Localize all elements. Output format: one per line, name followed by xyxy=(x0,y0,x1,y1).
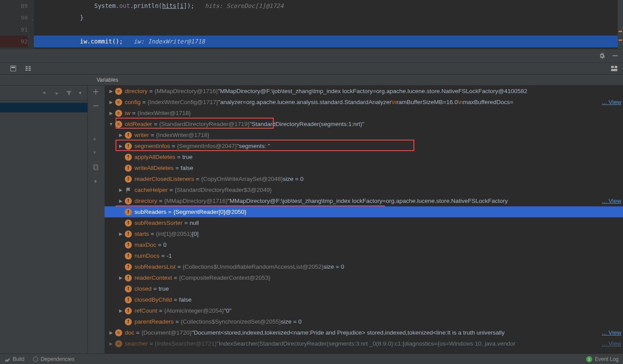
variable-value: "analyzer=org.apache.lucene.analysis.sta… xyxy=(218,99,391,105)
expand-icon[interactable]: ▶ xyxy=(118,133,124,137)
expand-icon[interactable]: ▼ xyxy=(108,122,114,126)
variable-value: size = 0 xyxy=(281,318,302,325)
variable-value: size = 0 xyxy=(323,263,344,270)
variable-row[interactable]: fwriteAllDeletes = false xyxy=(105,162,623,173)
svg-rect-2 xyxy=(11,67,15,68)
view-link[interactable]: ... View xyxy=(602,198,621,204)
variable-row[interactable]: fclosedByChild = false xyxy=(105,294,623,305)
view-link[interactable]: ... View xyxy=(602,340,621,347)
variable-row[interactable]: fsubReaders = {SegmentReader[0]@2050} xyxy=(105,206,623,217)
variable-name: writeAllDeletes xyxy=(134,165,174,171)
variable-row[interactable]: ▶fdirectory = {MMapDirectory@1716} "MMap… xyxy=(105,195,623,206)
calculator-icon[interactable] xyxy=(10,65,17,72)
view-link[interactable]: ... View xyxy=(602,329,621,336)
field-icon: f xyxy=(125,274,132,281)
variable-value: false xyxy=(179,296,192,303)
variable-row[interactable]: fsubReadersSorter = null xyxy=(105,217,623,228)
variable-value: false xyxy=(181,165,193,171)
minimize-icon[interactable] xyxy=(612,52,619,59)
expand-icon[interactable]: ▶ xyxy=(118,308,124,313)
expand-icon[interactable]: ▶ xyxy=(108,111,114,115)
variable-name: closed xyxy=(134,285,152,292)
variable-name: iw xyxy=(125,110,130,116)
dependencies-tab[interactable]: Dependencies xyxy=(33,356,75,362)
event-log-button[interactable]: 1Event Log xyxy=(586,356,619,362)
variable-row[interactable]: ▶fsegmentInfos = {SegmentInfos@2047} "se… xyxy=(105,141,623,151)
variable-value: -1 xyxy=(167,252,172,259)
layout-icon[interactable] xyxy=(611,65,618,72)
variable-name: doc xyxy=(125,329,134,336)
view-link[interactable]: ... View xyxy=(602,99,621,105)
variable-row[interactable]: ▶≡config = {IndexWriterConfig@1717} "ana… xyxy=(105,97,623,108)
expand-icon[interactable]: ▶ xyxy=(108,330,114,335)
line-number: 92 xyxy=(0,36,28,47)
expand-icon[interactable]: ▶ xyxy=(118,198,124,203)
line-number: 90⌃ xyxy=(0,12,28,24)
variable-row[interactable]: ▶freaderContext = {CompositeReaderContex… xyxy=(105,272,623,283)
variable-row[interactable]: fapplyAllDeletes = true xyxy=(105,151,623,162)
remove-icon[interactable] xyxy=(92,102,100,110)
field-icon: f xyxy=(125,165,132,172)
variable-row[interactable]: ▼≡oldReader = {StandardDirectoryReader@1… xyxy=(105,119,623,130)
variable-row[interactable]: freaderClosedListeners = {CopyOnWriteArr… xyxy=(105,173,623,184)
expand-icon[interactable]: ▶ xyxy=(118,231,124,236)
variable-type: {Collections$SynchronizedSet@2055} xyxy=(181,318,281,325)
expand-icon[interactable]: ▶ xyxy=(118,144,124,148)
variable-row[interactable]: fmaxDoc = 0 xyxy=(105,239,623,250)
field-icon: f xyxy=(125,296,132,303)
dropdown-icon[interactable]: ▼ xyxy=(78,91,82,95)
variable-row[interactable]: fparentReaders = {Collections$Synchroniz… xyxy=(105,316,623,327)
variable-row[interactable]: ▶fwriter = {IndexWriter@1718} xyxy=(105,130,623,141)
variable-name: writer xyxy=(134,132,149,138)
code-line: System.out.println(hits[i]); hits: Score… xyxy=(34,0,623,12)
up-icon[interactable]: ▲ xyxy=(92,136,100,144)
variable-row[interactable]: ▶cacheHelper = {StandardDirectoryReader$… xyxy=(105,184,623,195)
field-icon: f xyxy=(125,307,132,314)
variable-type: {MMapDirectory@1716} xyxy=(155,88,218,94)
link-icon[interactable] xyxy=(92,178,100,186)
expand-icon[interactable]: ▶ xyxy=(108,341,114,346)
variable-name: directory xyxy=(134,198,157,204)
down-icon[interactable]: ▼ xyxy=(92,150,100,158)
variable-name: subReadersList xyxy=(134,263,176,270)
arrow-up-icon[interactable] xyxy=(41,90,47,96)
variable-type: {Document@1720} xyxy=(141,329,192,336)
variable-row[interactable]: ▶frefCount = {AtomicInteger@2054} "0" xyxy=(105,305,623,316)
arrow-down-icon[interactable] xyxy=(54,90,60,96)
add-watch-icon[interactable] xyxy=(92,88,100,96)
frame-list[interactable] xyxy=(0,101,87,114)
variable-value: "0" xyxy=(224,307,232,314)
expand-icon[interactable]: ▶ xyxy=(118,187,124,192)
expand-icon[interactable]: ▶ xyxy=(108,100,114,105)
expand-icon[interactable]: ▶ xyxy=(108,89,114,94)
variable-type: {StandardDirectoryReader@1719} xyxy=(159,121,250,127)
object-icon: ≡ xyxy=(115,99,122,106)
expand-icon[interactable]: ▶ xyxy=(118,275,124,280)
filter-icon[interactable] xyxy=(66,90,72,96)
variable-type: {AtomicInteger@2054} xyxy=(164,307,224,314)
code-editor[interactable]: 89 90⌃ 91 92 System.out.println(hits[i])… xyxy=(0,0,623,49)
stack-frame[interactable] xyxy=(0,103,87,112)
debug-toolbar xyxy=(0,49,623,63)
settings-icon[interactable] xyxy=(598,52,605,59)
copy-icon[interactable] xyxy=(92,164,100,172)
code-area[interactable]: System.out.println(hits[i]); hits: Score… xyxy=(34,0,623,49)
variable-value: "MMapDirectory@F:\job\test_zhang\tmp_ind… xyxy=(228,198,508,204)
variable-row[interactable]: fclosed = true xyxy=(105,283,623,294)
variable-value: size = 0 xyxy=(283,176,304,182)
settings-icon[interactable] xyxy=(25,65,32,72)
variable-name: numDocs xyxy=(134,252,159,259)
variable-row[interactable]: ▶≡iw = {IndexWriter@1718} xyxy=(105,108,623,119)
variables-side-toolbar: ▲ ▼ xyxy=(88,86,105,353)
variable-row[interactable]: fsubReadersList = {Collections$Unmodifia… xyxy=(105,261,623,272)
variable-row[interactable]: ▶fstarts = {int[1]@2051} [0] xyxy=(105,228,623,239)
variable-row[interactable]: ▶≡searcher = {IndexSearcher@1721} "Index… xyxy=(105,338,623,349)
variable-type: {int[1]@2051} xyxy=(156,231,192,237)
variable-row[interactable]: ▶≡doc = {Document@1720} "Document<stored… xyxy=(105,327,623,338)
build-tab[interactable]: Build xyxy=(4,356,25,362)
variable-row[interactable]: ▶≡directory = {MMapDirectory@1716} "MMap… xyxy=(105,86,623,97)
field-icon: f xyxy=(125,132,132,139)
variable-row[interactable]: fnumDocs = -1 xyxy=(105,250,623,261)
variables-tree[interactable]: ▶≡directory = {MMapDirectory@1716} "MMap… xyxy=(105,86,623,353)
editor-scrollbar[interactable] xyxy=(618,0,623,49)
